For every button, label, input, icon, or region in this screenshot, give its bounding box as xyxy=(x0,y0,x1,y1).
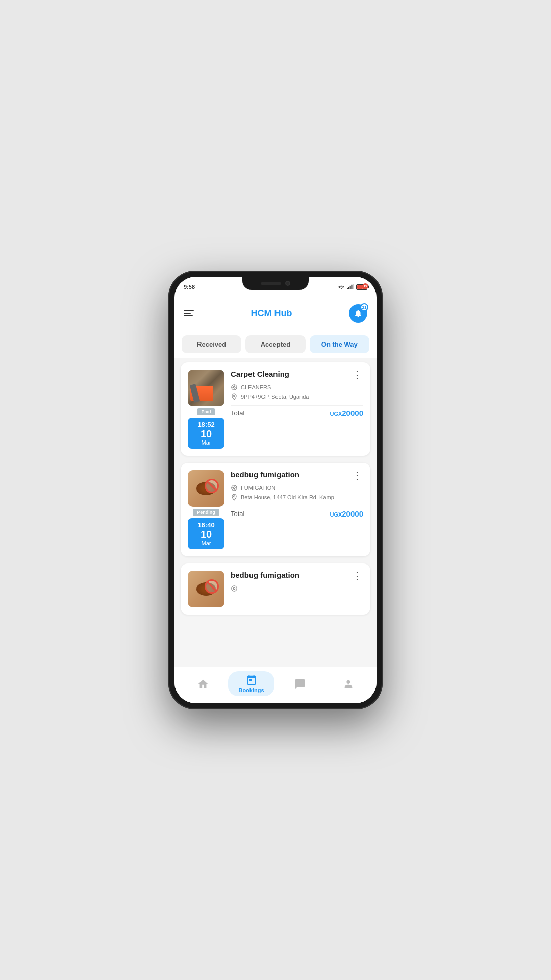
nav-bookings[interactable]: Bookings xyxy=(228,671,274,696)
booking-title: bedbug fumigation xyxy=(231,571,299,579)
svg-rect-1 xyxy=(347,288,348,289)
svg-rect-5 xyxy=(353,284,354,289)
status-bar: 9:58 xyxy=(174,277,377,297)
booking-day: 10 xyxy=(190,529,222,540)
booking-location: Beta House, 1447 Old Kira Rd, Kamp xyxy=(241,494,334,500)
location-row: 9PP4+9GP, Seeta, Uganda xyxy=(231,393,363,400)
booking-card: bedbug fumigation ⋮ xyxy=(181,564,370,615)
wifi-icon xyxy=(338,284,345,289)
booking-top-row: bedbug fumigation ⋮ xyxy=(231,470,363,480)
no-sign xyxy=(205,579,219,594)
camera xyxy=(285,281,290,286)
signal-icon xyxy=(347,284,354,289)
speaker xyxy=(261,282,281,285)
bookings-list: Paid 18:52 10 Mar Carpet Cleaning ⋮ xyxy=(174,358,377,667)
bedbug-body xyxy=(196,482,216,495)
nav-bookings-label: Bookings xyxy=(238,687,264,693)
svg-point-12 xyxy=(234,395,235,397)
total-label: Total xyxy=(231,510,244,518)
booking-image-bedbug xyxy=(188,470,224,507)
booking-image-col: Pending 16:40 10 Mar xyxy=(188,470,224,549)
nav-profile[interactable] xyxy=(325,675,371,693)
booking-category: FUMIGATION xyxy=(241,485,276,491)
profile-icon xyxy=(343,678,354,690)
booking-details: Carpet Cleaning ⋮ xyxy=(231,370,363,449)
more-options-button[interactable]: ⋮ xyxy=(351,571,363,581)
booking-day: 10 xyxy=(190,428,222,439)
more-options-button[interactable]: ⋮ xyxy=(351,470,363,480)
svg-point-7 xyxy=(233,386,235,388)
tab-accepted[interactable]: Accepted xyxy=(245,335,305,353)
svg-point-21 xyxy=(233,587,235,590)
location-row: Beta House, 1447 Old Kira Rd, Kamp xyxy=(231,494,363,501)
home-icon xyxy=(197,678,209,690)
svg-rect-4 xyxy=(351,285,352,289)
booking-image-bedbug xyxy=(188,571,224,607)
svg-point-14 xyxy=(233,487,235,489)
notification-button[interactable]: 21 xyxy=(349,304,367,323)
bedbug-body xyxy=(196,582,216,596)
app-title: HCM Hub xyxy=(251,308,292,319)
booking-details: bedbug fumigation ⋮ xyxy=(231,571,363,607)
svg-point-0 xyxy=(341,288,342,289)
booking-meta: CLEANERS 9PP4+9GP, Seeta, Uganda xyxy=(231,384,363,400)
booking-time: 16:40 xyxy=(190,521,222,529)
booking-category: CLEANERS xyxy=(241,384,271,390)
booking-location: 9PP4+9GP, Seeta, Uganda xyxy=(241,394,309,400)
booking-image-col xyxy=(188,571,224,607)
location-icon xyxy=(231,393,238,400)
tab-on-the-way[interactable]: On the Way xyxy=(310,335,369,353)
total-amount: UGX20000 xyxy=(330,509,363,518)
notch xyxy=(242,277,309,290)
booking-total-row: Total UGX20000 xyxy=(231,506,363,518)
app-header: HCM Hub 21 xyxy=(174,297,377,328)
svg-point-19 xyxy=(234,496,235,497)
datetime-box: 18:52 10 Mar xyxy=(188,418,224,449)
svg-point-20 xyxy=(232,586,237,592)
filter-tabs: Received Accepted On the Way xyxy=(174,328,377,358)
menu-button[interactable] xyxy=(184,310,194,316)
nav-messages[interactable] xyxy=(277,675,323,693)
booking-meta xyxy=(231,585,363,592)
more-options-button[interactable]: ⋮ xyxy=(351,370,363,380)
booking-title: bedbug fumigation xyxy=(231,470,299,479)
tab-received[interactable]: Received xyxy=(182,335,241,353)
booking-total-row: Total UGX20000 xyxy=(231,405,363,418)
booking-top-row: Carpet Cleaning ⋮ xyxy=(231,370,363,380)
booking-meta: FUMIGATION Beta House, 1447 Old Kira Rd,… xyxy=(231,484,363,501)
battery-badge: 15 xyxy=(362,283,368,289)
messages-icon xyxy=(294,678,306,690)
booking-title: Carpet Cleaning xyxy=(231,370,289,378)
category-row: FUMIGATION xyxy=(231,484,363,492)
nav-home[interactable] xyxy=(180,675,226,693)
booking-card: Paid 18:52 10 Mar Carpet Cleaning ⋮ xyxy=(181,362,370,456)
total-label: Total xyxy=(231,409,244,417)
notification-badge: 21 xyxy=(360,303,368,311)
booking-card: Pending 16:40 10 Mar bedbug fumigation ⋮ xyxy=(181,463,370,556)
bottom-nav: Bookings xyxy=(174,667,377,703)
category-icon xyxy=(231,484,238,492)
payment-status-badge: Pending xyxy=(193,509,219,516)
category-row xyxy=(231,585,363,592)
svg-rect-2 xyxy=(348,287,349,289)
svg-rect-3 xyxy=(350,286,351,289)
category-icon xyxy=(231,384,238,391)
no-sign xyxy=(205,479,219,493)
category-icon xyxy=(231,585,238,592)
booking-month: Mar xyxy=(190,540,222,546)
total-amount: UGX20000 xyxy=(330,409,363,418)
booking-month: Mar xyxy=(190,439,222,446)
booking-image-col: Paid 18:52 10 Mar xyxy=(188,370,224,449)
payment-status-badge: Paid xyxy=(197,408,215,415)
bookings-icon xyxy=(246,674,257,685)
booking-time: 18:52 xyxy=(190,421,222,428)
status-time: 9:58 xyxy=(184,284,195,290)
booking-image-carpet xyxy=(188,370,224,406)
app-content: HCM Hub 21 Received Accepted On the Way xyxy=(174,297,377,703)
status-right: 15 xyxy=(338,284,367,290)
location-icon xyxy=(231,494,238,501)
booking-top-row: bedbug fumigation ⋮ xyxy=(231,571,363,581)
category-row: CLEANERS xyxy=(231,384,363,391)
datetime-box: 16:40 10 Mar xyxy=(188,518,224,549)
booking-details: bedbug fumigation ⋮ xyxy=(231,470,363,549)
